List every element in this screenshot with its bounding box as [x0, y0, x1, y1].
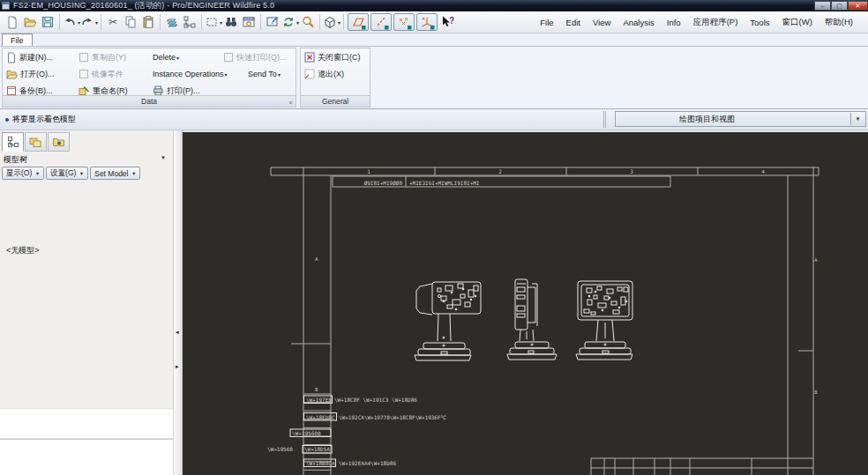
repaint-icon[interactable]: [264, 13, 281, 31]
menu-window[interactable]: 窗口(W): [776, 17, 819, 28]
panel-splitter[interactable]: ◂ ▸: [174, 130, 183, 475]
layers-icon[interactable]: [163, 13, 181, 31]
datum-point-toggle-icon[interactable]: [393, 13, 415, 31]
cut-icon[interactable]: ✂: [104, 13, 122, 31]
window-title: FS2-EM_HOUSING_20160601_ (活动的) - Pro/ENG…: [13, 0, 274, 11]
note-row-box: \W+197EB: [306, 397, 332, 403]
show-dropdown-button[interactable]: 显示(O) ▼: [2, 167, 44, 180]
select-box-icon[interactable]: ▾: [205, 13, 222, 31]
tree-menu-chevron-icon[interactable]: ▼: [161, 155, 166, 160]
model-tree-body[interactable]: <无模型>: [0, 182, 173, 475]
menu-help[interactable]: 帮助(H): [819, 17, 859, 28]
menu-edit[interactable]: Edit: [560, 18, 587, 27]
find-icon[interactable]: [222, 13, 240, 31]
refresh-icon[interactable]: ▾: [281, 13, 299, 31]
undo-icon[interactable]: ▾: [63, 13, 80, 31]
menu-applications[interactable]: 应用程序(P): [687, 17, 745, 28]
copy-icon[interactable]: [122, 13, 139, 31]
ribbon-group-data: 新建(N)... 复制自(Y) Delete▾ 快速打印(Q)... 打开(O)…: [2, 48, 296, 108]
open-button[interactable]: 打开(O)...: [6, 67, 55, 81]
tab-file[interactable]: File: [2, 33, 33, 46]
menu-view[interactable]: View: [587, 18, 617, 27]
ribbon-group-general: 关闭窗口(C) 退出(X) General: [300, 48, 370, 108]
sheet-frame: [271, 167, 819, 475]
close-window-button[interactable]: 关闭窗口(C): [304, 50, 361, 64]
folder-browser-tab-icon: [52, 136, 65, 148]
chevron-down-icon[interactable]: ▼: [850, 113, 864, 125]
quick-print-button[interactable]: 快速打印(Q)...: [223, 50, 287, 64]
drawing-canvas[interactable]: 1 2 3 4 A A B B Ø9I8I+MI9ØØ8 +MIE3I6I+MI…: [183, 132, 868, 475]
layer-tree-tab-icon: [29, 136, 42, 148]
main-area: 模型树 ▼ 显示(O) ▼ 设置(G) ▼ Set Model ▼ <无模型> …: [0, 130, 868, 475]
send-to-button[interactable]: Send To▾: [248, 67, 281, 81]
datum-csys-toggle-icon[interactable]: [416, 13, 438, 31]
zone-row-b-left: B: [315, 387, 318, 392]
new-file-icon: [6, 52, 17, 63]
drawing-items-combobox[interactable]: 绘图项目和视图 ▼: [615, 111, 866, 127]
copy-from-button[interactable]: 复制自(Y): [79, 50, 126, 64]
set-model-dropdown-button[interactable]: Set Model ▼: [90, 167, 140, 180]
maximize-button[interactable]: ▢: [831, 1, 848, 11]
new-file-icon[interactable]: [4, 13, 21, 31]
redo-icon[interactable]: ▾: [80, 13, 98, 31]
rear-view[interactable]: [576, 281, 632, 360]
note-row-box: \W+18B8CA: [306, 460, 335, 466]
expand-right-icon[interactable]: ▸: [176, 363, 179, 370]
tree-title: 模型树: [4, 154, 27, 166]
instance-operations-button[interactable]: Instance Operations▾: [153, 67, 228, 81]
folder-browser-tab[interactable]: [48, 132, 70, 152]
panel-lower-section: [0, 439, 173, 475]
zone-col-3: 3: [630, 168, 633, 174]
saved-views-icon[interactable]: ▾: [323, 13, 340, 31]
menu-info[interactable]: Info: [661, 18, 687, 27]
model-tree-icon[interactable]: [181, 13, 198, 31]
paste-icon[interactable]: [139, 13, 157, 31]
mirror-part-button[interactable]: 镜像零件: [79, 67, 123, 81]
search-window-icon[interactable]: [240, 13, 258, 31]
toolbar-separator: [59, 14, 60, 30]
save-icon[interactable]: [39, 13, 56, 31]
note-row-pre: \W+19560: [267, 446, 293, 452]
delete-button[interactable]: Delete▾: [153, 50, 179, 64]
menu-analysis[interactable]: Analysis: [617, 18, 660, 27]
note-row-rest: \W+192CA\W+19770\W+18C8F\W+1936F℃: [339, 414, 447, 420]
toolbar-separator: [101, 14, 101, 30]
side-view[interactable]: [507, 279, 557, 360]
close-window-icon: [304, 52, 315, 63]
datum-axis-toggle-icon[interactable]: [370, 13, 392, 31]
menu-file[interactable]: File: [534, 18, 559, 27]
zoom-icon[interactable]: [299, 13, 317, 31]
notes-block: \W+197EB \W+18C8F \W+191C3 \W+18D86 \W+1…: [267, 396, 447, 467]
note-row-box: \W+18ED8C: [306, 414, 335, 420]
open-icon[interactable]: [21, 13, 39, 31]
app-icon[interactable]: [2, 2, 10, 10]
minimize-button[interactable]: –: [814, 1, 831, 11]
new-button[interactable]: 新建(N)...: [6, 50, 53, 64]
settings-dropdown-button[interactable]: 设置(G) ▼: [46, 167, 88, 180]
note-row-rest: \W+18C8F \W+191C3 \W+18D86: [334, 397, 417, 403]
tree-toolbar: 显示(O) ▼ 设置(G) ▼ Set Model ▼: [0, 167, 173, 180]
combobox-value: 绘图项目和视图: [679, 114, 735, 125]
group-collapse-chevron[interactable]: »: [288, 101, 295, 105]
zone-col-1: 1: [367, 168, 370, 174]
close-button[interactable]: ✕: [848, 1, 868, 11]
menu-tools[interactable]: Tools: [744, 18, 775, 27]
zone-col-4: 4: [761, 168, 765, 174]
zone-row-a-left: A: [315, 256, 318, 262]
titlebar: FS2-EM_HOUSING_20160601_ (活动的) - Pro/ENG…: [0, 0, 868, 11]
copy-from-icon: [79, 52, 89, 63]
note-row-box: \W+19560B: [292, 430, 321, 436]
status-divider: [603, 111, 604, 128]
top-note-left: Ø9I8I+MI9ØØ8: [364, 180, 403, 186]
datum-plane-toggle-icon[interactable]: [348, 13, 369, 31]
toolbar-separator: [343, 14, 344, 30]
layer-tree-tab[interactable]: [25, 132, 47, 152]
context-help-icon[interactable]: ?: [438, 13, 456, 31]
note-row-box: \W+18D5A: [304, 446, 330, 452]
front-view[interactable]: [415, 282, 481, 360]
ribbon-tab-row: File: [0, 33, 868, 46]
model-tree-tab[interactable]: [2, 132, 24, 152]
exit-button[interactable]: 退出(X): [304, 67, 344, 81]
collapse-left-icon[interactable]: ◂: [176, 329, 179, 336]
navigator-tabs: [2, 132, 71, 152]
